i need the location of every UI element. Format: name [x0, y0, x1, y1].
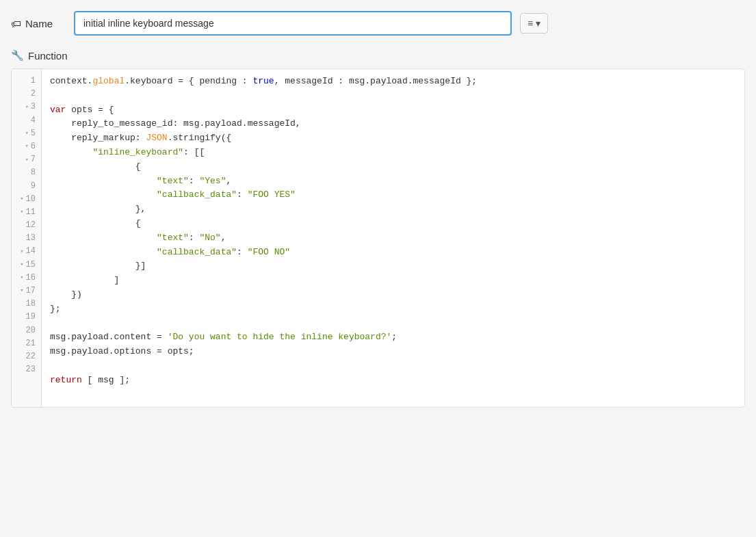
- code-line: "text": "No",: [50, 231, 744, 246]
- fold-arrow-icon: ▾: [25, 129, 28, 138]
- code-token: "callback_data": [157, 247, 237, 257]
- name-label: 🏷 Name: [11, 18, 66, 29]
- code-token: opts = {: [66, 105, 114, 115]
- fold-arrow-icon: ▾: [20, 286, 23, 296]
- line-number: ▾10: [12, 193, 41, 206]
- fold-arrow-icon: ▾: [20, 260, 23, 270]
- code-token: [50, 247, 157, 257]
- code-token: [50, 189, 157, 200]
- code-editor[interactable]: 12▾34▾5▾6▾789▾10▾111213▾14▾15▾16▾1718192…: [11, 68, 745, 408]
- code-line: msg.payload.options = opts;: [50, 345, 744, 359]
- code-line: };: [50, 302, 744, 317]
- code-line: "inline_keyboard": [[: [50, 146, 744, 160]
- line-number: 2: [12, 88, 41, 101]
- line-number: ▾14: [12, 245, 41, 258]
- code-token: [50, 147, 92, 157]
- line-number: ▾11: [12, 206, 41, 219]
- line-number: ▾5: [12, 127, 41, 140]
- code-line: context.global.keyboard = { pending : tr…: [50, 75, 744, 89]
- code-token: var: [50, 105, 66, 115]
- code-token: "callback_data": [157, 189, 237, 200]
- code-token: :: [189, 233, 200, 243]
- line-number: 23: [12, 363, 41, 376]
- line-number: 22: [12, 350, 41, 363]
- name-row: 🏷 Name ≡ ▾: [11, 11, 745, 36]
- code-content[interactable]: context.global.keyboard = { pending : tr…: [42, 69, 744, 407]
- code-line: "callback_data": "FOO YES": [50, 188, 744, 202]
- code-line: [50, 89, 744, 103]
- code-token: .keyboard = { pending :: [125, 76, 252, 86]
- code-line: "text": "Yes",: [50, 174, 744, 189]
- code-token: "text": [157, 176, 189, 186]
- code-token: {: [50, 161, 141, 172]
- format-icon: ≡: [527, 18, 533, 29]
- format-button[interactable]: ≡ ▾: [520, 13, 548, 34]
- line-number: ▾7: [12, 153, 41, 166]
- code-line: var opts = {: [50, 103, 744, 118]
- code-token: "FOO YES": [248, 189, 296, 200]
- code-token: }]: [50, 261, 146, 271]
- code-token: ,: [226, 176, 231, 186]
- code-line: [50, 388, 744, 402]
- fold-arrow-icon: ▾: [25, 142, 28, 151]
- code-token: [50, 233, 157, 243]
- code-line: {: [50, 217, 744, 231]
- code-line: "callback_data": "FOO NO": [50, 246, 744, 260]
- code-token: "No": [199, 233, 220, 243]
- function-label-text: Function: [28, 50, 68, 62]
- name-input[interactable]: [74, 11, 512, 36]
- fold-arrow-icon: ▾: [20, 247, 23, 257]
- code-token: context.: [50, 76, 92, 86]
- code-line: msg.payload.content = 'Do you want to hi…: [50, 330, 744, 345]
- code-token: return: [50, 375, 82, 385]
- code-line: [50, 317, 744, 331]
- line-number: 9: [12, 180, 41, 193]
- code-token: [50, 176, 157, 186]
- code-token: .stringify({: [168, 133, 232, 143]
- code-body: 12▾34▾5▾6▾789▾10▾111213▾14▾15▾16▾1718192…: [12, 69, 744, 407]
- code-token: :: [237, 189, 248, 200]
- code-line: {: [50, 160, 744, 174]
- line-number: ▾15: [12, 259, 41, 272]
- function-label: 🔧 Function: [11, 49, 745, 62]
- fold-arrow-icon: ▾: [25, 155, 28, 165]
- fold-arrow-icon: ▾: [20, 207, 23, 217]
- code-token: "text": [157, 233, 189, 243]
- fold-arrow-icon: ▾: [20, 273, 23, 283]
- code-token: reply_markup:: [50, 133, 146, 143]
- line-number: ▾16: [12, 272, 41, 285]
- line-number: ▾3: [12, 101, 41, 114]
- code-line: },: [50, 202, 744, 217]
- line-numbers: 12▾34▾5▾6▾789▾10▾111213▾14▾15▾16▾1718192…: [12, 69, 42, 407]
- fold-arrow-icon: ▾: [25, 103, 28, 112]
- line-number: 12: [12, 219, 41, 232]
- code-token: [ msg ];: [82, 375, 130, 385]
- line-number: 20: [12, 324, 41, 337]
- code-token: ]: [50, 275, 119, 285]
- code-line: reply_to_message_id: msg.payload.message…: [50, 117, 744, 131]
- code-token: : [[: [183, 147, 205, 157]
- code-token: "inline_keyboard": [92, 147, 183, 157]
- line-number: ▾6: [12, 140, 41, 153]
- line-number: 18: [12, 298, 41, 311]
- code-token: ;: [391, 332, 397, 342]
- fold-arrow-icon: ▾: [20, 194, 23, 204]
- code-token: :: [237, 247, 248, 257]
- code-token: "FOO NO": [248, 247, 290, 257]
- code-token: JSON: [146, 133, 167, 143]
- code-token: }): [50, 289, 82, 300]
- line-number: ▾17: [12, 285, 41, 298]
- line-number: 8: [12, 166, 41, 179]
- code-token: , messageId : msg.payload.messageId };: [274, 76, 477, 86]
- line-number: 21: [12, 337, 41, 350]
- code-token: ,: [221, 233, 226, 243]
- line-number: 1: [12, 75, 41, 88]
- code-token: };: [50, 304, 61, 314]
- wrench-icon: 🔧: [11, 49, 24, 62]
- line-number: 13: [12, 232, 41, 245]
- code-line: ]: [50, 274, 744, 288]
- code-token: {: [50, 218, 141, 228]
- code-token: msg.payload.content =: [50, 332, 168, 342]
- code-token: true: [252, 76, 274, 86]
- code-token: 'Do you want to hide the inline keyboard…: [168, 332, 392, 342]
